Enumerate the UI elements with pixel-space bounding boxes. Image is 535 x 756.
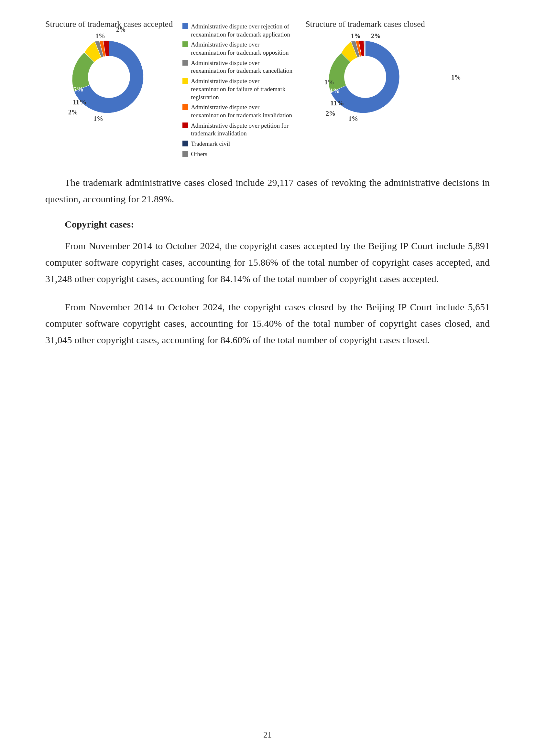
svg-point-1 [344,56,386,98]
copyright-heading: Copyright cases: [45,219,490,230]
right-donut-wrap: 58% 24% 11% 2% 1% 2% 1% 1% 1% [323,35,407,119]
legend-color-5 [183,104,188,110]
right-donut-svg [323,35,407,119]
copyright-paragraph-2: From November 2014 to October 2024, the … [45,299,490,348]
legend-item-2: Administrative dispute over reexaminatio… [183,41,293,57]
legend-color-2 [183,41,188,47]
legend-text-6: Administrative dispute over petition for… [191,122,293,138]
legend-text-4: Administrative dispute over reexaminatio… [191,77,293,101]
page: Structure of trademark cases accepted [0,0,535,756]
legend-color-7 [183,141,188,147]
legend-color-3 [183,60,188,66]
svg-point-0 [88,56,130,98]
left-chart-area: Structure of trademark cases accepted [45,19,293,158]
left-donut-wrap: 58% 25% 11% 2% 1% 1% 2% [67,35,151,119]
legend-item-4: Administrative dispute over reexaminatio… [183,77,293,101]
left-donut-svg [67,35,151,119]
legend-item-7: Trademark civil [183,140,293,148]
left-chart-title: Structure of trademark cases accepted [45,19,173,29]
copyright-paragraph-1: From November 2014 to October 2024, the … [45,237,490,287]
legend-text-5: Administrative dispute over reexaminatio… [191,103,293,119]
legend-box: Administrative dispute over rejection of… [183,23,293,158]
left-chart-col: Structure of trademark cases accepted [45,19,173,119]
legend-color-8 [183,151,188,157]
right-pct-1a: 1% [451,74,461,81]
legend-color-4 [183,78,188,84]
legend-text-3: Administrative dispute over reexaminatio… [191,59,293,75]
legend-item-3: Administrative dispute over reexaminatio… [183,59,293,75]
charts-section: Structure of trademark cases accepted [45,19,490,158]
right-chart-col: Structure of trademark cases closed [305,19,425,119]
legend-color-6 [183,122,188,128]
legend-text-1: Administrative dispute over rejection of… [191,23,293,39]
legend-text-8: Others [191,150,207,158]
trademark-admin-paragraph: The trademark administrative cases close… [45,174,490,207]
legend-color-1 [183,23,188,29]
legend-item-8: Others [183,150,293,158]
legend-item-5: Administrative dispute over reexaminatio… [183,103,293,119]
legend-text-7: Trademark civil [191,140,230,148]
legend-text-2: Administrative dispute over reexaminatio… [191,41,293,57]
legend-item-1: Administrative dispute over rejection of… [183,23,293,39]
page-number: 21 [0,730,535,740]
right-chart-title: Structure of trademark cases closed [305,19,425,29]
legend-item-6: Administrative dispute over petition for… [183,122,293,138]
